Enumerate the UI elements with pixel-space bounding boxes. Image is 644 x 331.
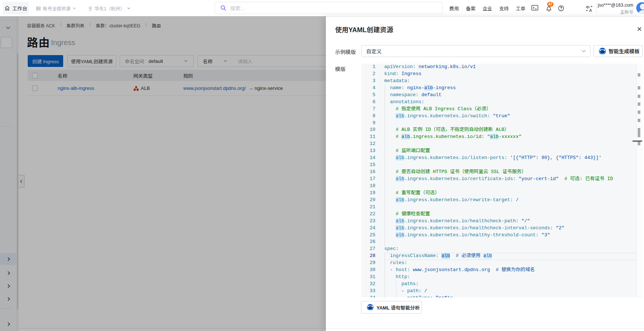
- svg-text:A: A: [589, 8, 592, 12]
